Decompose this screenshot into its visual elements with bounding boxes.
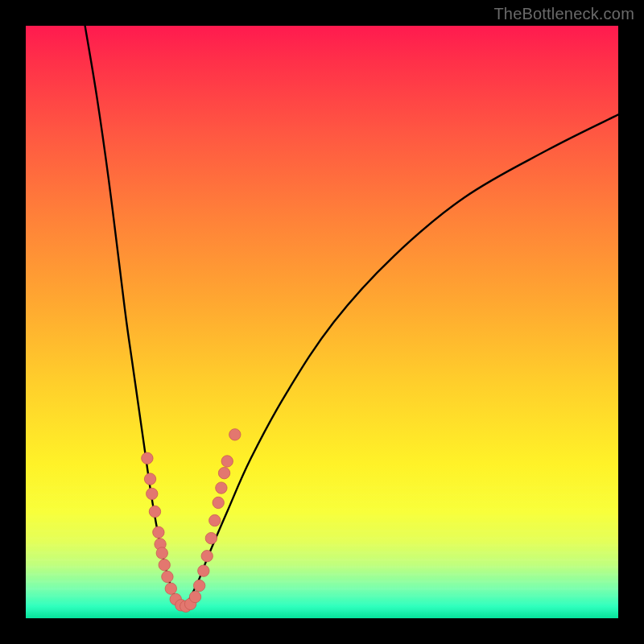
marker-dot (162, 571, 173, 582)
marker-dot (149, 506, 160, 517)
watermark-text: TheBottleneck.com (493, 5, 634, 23)
marker-dot (165, 583, 176, 594)
marker-dot (156, 547, 167, 559)
chart-stage: TheBottleneck.com (0, 0, 644, 644)
marker-dot (229, 429, 241, 440)
marker-dot (198, 565, 209, 576)
marker-dot (147, 488, 158, 499)
marker-dot (142, 452, 153, 464)
marker-dot (201, 551, 213, 562)
left-curve (85, 26, 180, 606)
marker-dot (221, 456, 233, 467)
plot-area (26, 26, 618, 618)
marker-dot (205, 532, 217, 543)
marker-dot (159, 559, 170, 571)
marker-dot (153, 526, 164, 538)
marker-dot (209, 514, 221, 526)
marker-dot (144, 473, 155, 485)
chart-svg (26, 26, 618, 618)
marker-dot (189, 591, 200, 602)
marker-dot (216, 482, 227, 493)
right-curve (186, 114, 618, 606)
marker-dot (213, 497, 224, 508)
marker-dot (193, 580, 204, 591)
marker-dot (218, 467, 229, 478)
